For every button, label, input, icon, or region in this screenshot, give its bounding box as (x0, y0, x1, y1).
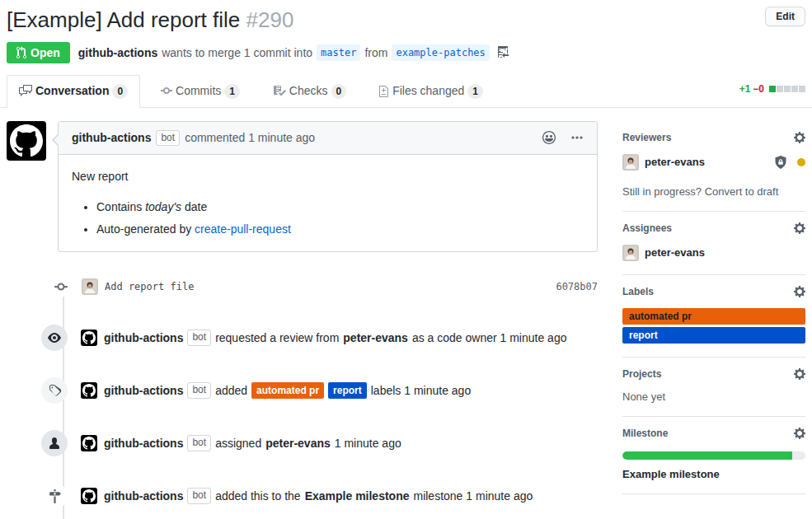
clipboard-copy-icon (497, 46, 509, 59)
event-author-link[interactable]: github-actions (104, 384, 183, 397)
base-branch-label[interactable]: master (317, 44, 360, 61)
head-branch-label[interactable]: example-patches (392, 44, 489, 61)
pr-header: [Example] Add report file #290 Edit Open… (0, 0, 812, 63)
pr-number: #290 (246, 7, 294, 32)
labels-heading-row: Labels (622, 285, 805, 298)
event-text: github-actions bot added automated pr re… (104, 382, 471, 399)
github-actions-avatar[interactable] (7, 121, 46, 161)
tab-conversation-count: 0 (112, 84, 128, 99)
diff-block (769, 86, 776, 92)
gear-icon (794, 285, 805, 298)
github-actions-avatar-small[interactable] (81, 488, 97, 504)
pr-state-label: Open (31, 46, 60, 59)
event-author-link[interactable]: github-actions (104, 331, 183, 344)
bullet1-emphasis: today's (145, 200, 181, 213)
sidebar-label-report[interactable]: report (622, 327, 805, 344)
event-author-link[interactable]: github-actions (104, 437, 183, 450)
reviewer-name-link[interactable]: peter-evans (645, 156, 705, 168)
tab-commits[interactable]: Commits1 (148, 75, 252, 108)
commit-message-link[interactable]: Add report file (105, 281, 194, 292)
convert-to-draft-link[interactable]: Convert to draft (705, 185, 779, 198)
event-author-link[interactable]: github-actions (104, 489, 183, 503)
pr-content: github-actions bot commented 1 minute ag… (0, 108, 812, 510)
label-automated-pr[interactable]: automated pr (251, 382, 324, 399)
diffstat[interactable]: +1 −0 (739, 83, 805, 95)
smiley-reaction-icon[interactable] (542, 131, 556, 144)
kebab-menu-icon[interactable] (570, 133, 584, 142)
comment-bullet-list: Contains today's date Auto-generated by … (72, 199, 584, 238)
eye-icon (41, 325, 68, 351)
merge-text: wants to merge 1 commit into (162, 46, 312, 59)
pr-state-badge: Open (7, 42, 70, 63)
assignee-row: peter-evans (622, 245, 805, 261)
gear-icon (794, 367, 805, 381)
reviewer-name[interactable]: peter-evans (343, 331, 408, 344)
committer-avatar[interactable] (82, 278, 98, 295)
assignee-avatar[interactable] (622, 245, 639, 261)
assignees-section: Assignees peter-evans (622, 212, 805, 275)
tab-checks[interactable]: Checks0 (260, 75, 359, 108)
tab-commits-count: 1 (224, 84, 240, 99)
timeline: Add report file 6078b07 github-actions b… (7, 275, 598, 509)
comment-author-link[interactable]: github-actions (72, 131, 151, 144)
create-pull-request-link[interactable]: create-pull-request (195, 222, 291, 236)
event-time-text[interactable]: as a code owner 1 minute ago (412, 331, 567, 344)
projects-heading: Projects (622, 368, 661, 380)
tab-checks-count: 0 (331, 84, 347, 99)
assignee-name[interactable]: peter-evans (265, 437, 331, 450)
event-time-text[interactable]: milestone 1 minute ago (413, 489, 533, 503)
convert-to-draft-hint: Still in progress? Convert to draft (622, 185, 805, 198)
checklist-icon (273, 84, 286, 97)
sidebar-label-automated-pr[interactable]: automated pr (622, 308, 805, 325)
comment-header: github-actions bot commented 1 minute ag… (59, 122, 597, 156)
file-diff-icon (379, 84, 389, 97)
pr-title-text: [Example] Add report file (7, 7, 240, 32)
bot-badge: bot (187, 382, 211, 399)
diff-added-count: +1 (739, 83, 751, 95)
pr-tab-bar: Conversation0 Commits1 Checks0 Files cha… (0, 75, 812, 108)
projects-gear-button[interactable] (794, 367, 805, 381)
event-action-text: assigned (215, 437, 261, 450)
bot-badge: bot (187, 330, 211, 346)
assignees-heading: Assignees (622, 222, 672, 234)
projects-empty-text: None yet (622, 390, 805, 403)
assignees-heading-row: Assignees (622, 222, 805, 235)
event-time-text[interactable]: labels 1 minute ago (371, 384, 471, 397)
assignee-name-link[interactable]: peter-evans (645, 246, 705, 259)
comment-body: New report Contains today's date Auto-ge… (59, 155, 597, 251)
github-actions-avatar-small[interactable] (81, 435, 97, 451)
label-report[interactable]: report (328, 382, 367, 399)
milestone-heading: Milestone (622, 428, 668, 439)
edit-button[interactable]: Edit (765, 7, 805, 26)
reviewer-avatar[interactable] (622, 154, 639, 171)
milestone-progress-bar[interactable] (622, 451, 805, 460)
pr-sidebar: Reviewers peter-evans Still in progress (622, 121, 805, 495)
labels-gear-button[interactable] (794, 285, 805, 298)
bullet1-post: date (181, 200, 207, 213)
event-time-text[interactable]: 1 minute ago (335, 437, 401, 450)
bullet2-pre: Auto-generated by (96, 222, 195, 236)
diff-block (784, 86, 791, 92)
shield-lock-icon (774, 156, 787, 169)
reviewers-heading-row: Reviewers (622, 131, 805, 144)
bot-badge: bot (187, 488, 211, 504)
event-action-text: added (215, 384, 247, 397)
reviewers-gear-button[interactable] (794, 131, 805, 144)
person-icon (41, 430, 68, 456)
commit-sha-link[interactable]: 6078b07 (556, 281, 598, 292)
pr-author-link[interactable]: github-actions (78, 46, 157, 59)
copy-branch-button[interactable] (495, 45, 510, 58)
git-pull-request-icon (16, 46, 26, 59)
milestone-name[interactable]: Example milestone (305, 489, 410, 503)
milestone-title-link[interactable]: Example milestone (622, 468, 805, 480)
milestone-gear-button[interactable] (794, 427, 805, 440)
tab-conversation[interactable]: Conversation0 (7, 75, 140, 108)
assignees-gear-button[interactable] (794, 222, 805, 235)
comment-action-text[interactable]: commented 1 minute ago (185, 131, 315, 144)
event-milestoned: github-actions bot added this to the Exa… (7, 483, 598, 509)
event-action-text: added this to the (215, 489, 301, 503)
diff-blocks (769, 86, 805, 92)
github-actions-avatar-small[interactable] (81, 382, 97, 399)
github-actions-avatar-small[interactable] (81, 330, 97, 346)
tab-files-changed[interactable]: Files changed1 (367, 75, 495, 108)
